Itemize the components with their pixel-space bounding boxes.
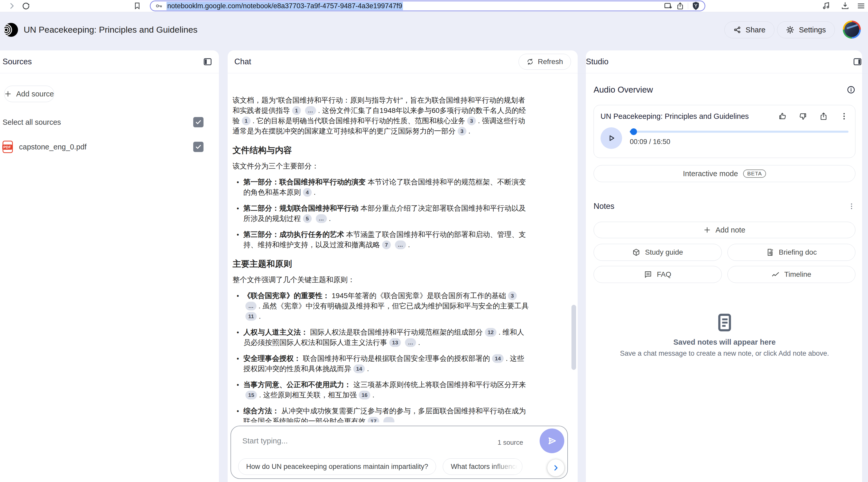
notes-title: Notes (594, 202, 614, 211)
chat-text: 人权与人道主义法： (243, 328, 308, 336)
source-checkbox[interactable] (193, 142, 204, 152)
citation-chip[interactable]: 3 (467, 116, 476, 125)
downloads-icon[interactable] (841, 2, 849, 10)
chat-messages: 该文档，题为“联合国维持和平行动：原则与指导方针”，旨在为联合国维持和平行动的规… (228, 74, 578, 422)
chat-bullet: 第三部分：成功执行任务的艺术 本节涵盖了联合国维持和平行动的部署和启动、管理、支… (232, 229, 530, 250)
interactive-mode-button[interactable]: Interactive mode BETA (594, 165, 856, 182)
empty-state-subtitle: Save a chat message to create a new note… (620, 349, 829, 358)
saved-notes-icon (715, 313, 734, 332)
citation-chip[interactable]: … (245, 302, 256, 310)
citation-chip[interactable]: 17 (368, 417, 379, 422)
citation-chip[interactable]: … (305, 106, 316, 115)
timeline-button[interactable]: Timeline (727, 266, 856, 283)
avatar-image (844, 22, 859, 37)
refresh-chat-button[interactable]: Refresh (519, 54, 571, 70)
briefing-doc-button[interactable]: Briefing doc (727, 244, 856, 261)
suggestion-chip[interactable]: How do UN peacekeeping operations mainta… (238, 458, 436, 475)
save-page-icon[interactable] (664, 2, 673, 10)
chat-text: 整个文件强调了几个关键主题和原则： (232, 276, 355, 284)
divider (688, 3, 688, 9)
share-button[interactable]: Share (724, 21, 774, 38)
chat-text: 主要主题和原则 (232, 259, 292, 268)
thumb-down-icon[interactable] (799, 112, 807, 121)
gear-icon (786, 26, 794, 34)
citation-chip[interactable]: … (405, 338, 416, 347)
chat-paragraph: 该文件分为三个主要部分： (232, 161, 530, 171)
source-list-item[interactable]: PDF capstone_eng_0.pdf (3, 141, 204, 153)
notebooklm-logo-icon (4, 22, 19, 37)
chat-text-input[interactable] (242, 436, 473, 445)
menu-icon[interactable] (857, 2, 865, 10)
studio-panel: Studio Audio Overview UN Peacekeeping: P… (586, 50, 862, 482)
audio-progress-bar[interactable] (630, 131, 848, 133)
chat-bullet: 《联合国宪章》的重要性： 1945年签署的《联合国宪章》是联合国所有工作的基础3… (232, 291, 530, 321)
citation-chip[interactable]: 1 (242, 116, 251, 125)
faq-icon (644, 270, 652, 279)
plus-icon (704, 226, 711, 233)
add-note-button[interactable]: Add note (594, 222, 856, 238)
beta-badge: BETA (743, 170, 766, 178)
main-area: Sources Add source Select all sources PD… (0, 48, 868, 482)
send-button[interactable] (539, 428, 564, 453)
more-options-icon[interactable] (840, 112, 848, 121)
citation-chip[interactable]: … (395, 240, 406, 249)
citation-chip[interactable]: 3 (508, 291, 517, 300)
interactive-mode-label: Interactive mode (683, 170, 738, 178)
play-button[interactable] (600, 127, 622, 149)
faq-button[interactable]: FAQ (594, 266, 722, 283)
collapse-studio-panel-icon[interactable] (853, 57, 862, 66)
chat-text: 第三部分：成功执行任务的艺术 (243, 230, 344, 238)
citation-chip[interactable]: 14 (492, 354, 504, 363)
suggestion-chip[interactable]: What factors influence (443, 458, 522, 475)
site-settings-icon[interactable] (155, 2, 163, 10)
citation-chip[interactable]: … (383, 417, 395, 422)
chat-text: . (397, 417, 399, 422)
audio-progress-thumb[interactable] (630, 129, 637, 135)
chat-text: . (418, 339, 420, 346)
chat-text: . (468, 127, 470, 135)
address-bar[interactable]: notebooklm.google.com/notebook/e8a37703-… (150, 1, 705, 11)
share-page-icon[interactable] (676, 2, 684, 10)
audio-overview-title: Audio Overview (594, 85, 653, 95)
bookmark-icon[interactable] (133, 2, 141, 10)
chat-heading: 文件结构与内容 (232, 145, 530, 155)
citation-chip[interactable]: 13 (389, 338, 401, 347)
settings-button[interactable]: Settings (777, 21, 835, 38)
citation-chip[interactable]: 16 (359, 391, 370, 399)
citation-chip[interactable]: 11 (245, 312, 257, 321)
share-audio-icon[interactable] (819, 112, 828, 121)
collapse-sources-panel-icon[interactable] (203, 57, 212, 66)
chat-bullet: 综合方法： 从冲突中成功恢复需要广泛参与者的参与，多层面联合国维持和平行动在成为… (232, 406, 530, 422)
select-all-sources-row: Select all sources (3, 117, 204, 127)
citation-chip[interactable]: 15 (245, 391, 257, 399)
notes-more-icon[interactable] (848, 202, 856, 210)
thumb-up-icon[interactable] (778, 112, 787, 121)
media-controls-icon[interactable] (822, 2, 831, 10)
citation-chip[interactable]: 4 (303, 188, 312, 197)
select-all-checkbox[interactable] (193, 117, 204, 127)
info-icon[interactable] (847, 85, 856, 94)
citation-chip[interactable]: 3 (458, 127, 466, 136)
account-avatar[interactable] (843, 21, 861, 38)
citation-chip[interactable]: 7 (382, 240, 391, 249)
notebook-title[interactable]: UN Peacekeeping: Principles and Guidelin… (24, 25, 197, 35)
briefing-doc-label: Briefing doc (779, 248, 817, 256)
add-source-button[interactable]: Add source (4, 86, 54, 102)
next-suggestions-button[interactable] (547, 459, 564, 476)
citation-chip[interactable]: 5 (303, 214, 312, 223)
citation-chip[interactable]: … (316, 214, 327, 223)
citation-chip[interactable]: 12 (485, 328, 496, 337)
url-text[interactable]: notebooklm.google.com/notebook/e8a37703-… (166, 2, 403, 10)
chat-text: 第二部分：规划联合国维持和平行动 (243, 204, 359, 212)
forward-icon[interactable] (8, 2, 16, 10)
study-guide-button[interactable]: Study guide (594, 244, 722, 261)
reload-icon[interactable] (22, 2, 30, 10)
chat-scrollbar[interactable] (571, 305, 576, 370)
brave-shield-icon[interactable] (692, 2, 700, 10)
chat-text: . (408, 241, 410, 249)
citation-chip[interactable]: 14 (353, 365, 365, 373)
chat-bullet: 当事方同意、公正和不使用武力： 这三项基本原则传统上将联合国维持和平行动区分开来… (232, 380, 530, 400)
citation-chip[interactable]: 1 (292, 106, 301, 115)
chat-text: 第一部分：联合国维持和平行动的演变 (243, 178, 366, 186)
add-note-label: Add note (715, 226, 745, 234)
